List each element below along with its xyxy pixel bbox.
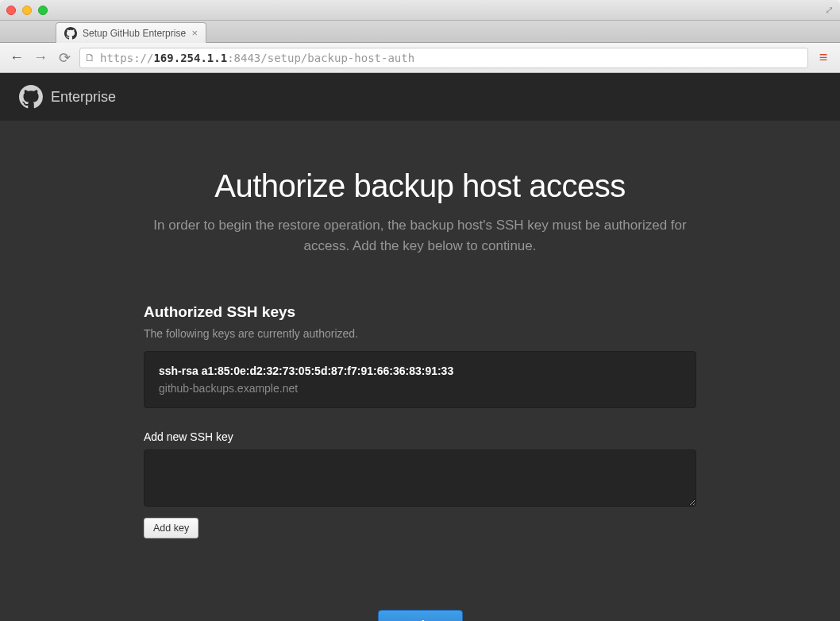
window-controls [6, 6, 48, 15]
tab-title: Setup GitHub Enterprise [83, 28, 186, 39]
forward-button[interactable]: → [32, 49, 49, 66]
window-zoom-button[interactable] [38, 6, 48, 15]
page-content: Enterprise Authorize backup host access … [0, 73, 840, 621]
add-key-button[interactable]: Add key [144, 518, 198, 538]
ssh-key-textarea[interactable] [144, 449, 696, 507]
authorized-keys-description: The following keys are currently authori… [144, 327, 696, 340]
back-button[interactable]: ← [8, 49, 25, 66]
address-bar[interactable]: 🗋 https://169.254.1.1:8443/setup/backup-… [79, 48, 808, 68]
github-favicon-icon [64, 27, 77, 40]
footer-actions: Continue [144, 610, 696, 621]
app-header: Enterprise [0, 73, 840, 121]
browser-menu-icon[interactable]: ≡ [815, 49, 832, 66]
ssh-key-host: github-backups.example.net [159, 382, 681, 395]
add-ssh-key-label: Add new SSH key [144, 430, 696, 443]
github-logo-icon [19, 85, 43, 109]
site-info-icon[interactable]: 🗋 [85, 52, 95, 64]
page-subtitle: In order to begin the restore operation,… [144, 215, 696, 256]
url-text: https://169.254.1.1:8443/setup/backup-ho… [100, 52, 414, 64]
reload-button[interactable]: ⟳ [56, 49, 73, 67]
brand-text: Enterprise [51, 89, 116, 106]
window-minimize-button[interactable] [22, 6, 32, 15]
browser-tab-bar: Setup GitHub Enterprise × [0, 21, 840, 43]
page-title: Authorize backup host access [144, 168, 696, 204]
window-titlebar: ⤢ [0, 0, 840, 21]
tab-close-icon[interactable]: × [191, 27, 198, 39]
window-close-button[interactable] [6, 6, 16, 15]
main-content: Authorize backup host access In order to… [134, 121, 706, 621]
continue-button[interactable]: Continue [378, 610, 463, 621]
browser-toolbar: ← → ⟳ 🗋 https://169.254.1.1:8443/setup/b… [0, 43, 840, 73]
authorized-key-item: ssh-rsa a1:85:0e:d2:32:73:05:5d:87:f7:91… [144, 351, 696, 408]
maximize-icon[interactable]: ⤢ [825, 4, 834, 16]
browser-tab[interactable]: Setup GitHub Enterprise × [56, 22, 206, 43]
authorized-keys-title: Authorized SSH keys [144, 303, 696, 321]
ssh-key-fingerprint: ssh-rsa a1:85:0e:d2:32:73:05:5d:87:f7:91… [159, 364, 681, 377]
authorized-keys-section: Authorized SSH keys The following keys a… [144, 303, 696, 538]
